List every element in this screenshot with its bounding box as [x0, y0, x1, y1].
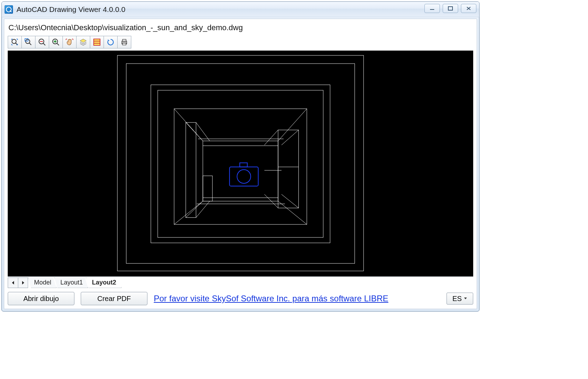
app-icon: [5, 5, 13, 14]
zoom-out-button[interactable]: [35, 36, 49, 48]
create-pdf-button[interactable]: Crear PDF: [81, 292, 147, 305]
layers-button[interactable]: [76, 36, 90, 48]
chevron-down-icon: [464, 297, 467, 300]
tab-scroll-left-button[interactable]: [8, 278, 18, 288]
svg-line-7: [29, 43, 31, 45]
properties-icon: [93, 38, 101, 46]
triangle-right-icon: [21, 281, 25, 285]
file-path-label: C:\Users\Ontecnia\Desktop\visualization_…: [8, 22, 473, 36]
print-button[interactable]: [117, 36, 131, 48]
print-icon: [120, 38, 128, 46]
toolbar: [8, 36, 473, 48]
tab-model[interactable]: Model: [28, 277, 57, 288]
title-bar: AutoCAD Drawing Viewer 4.0.0.0: [2, 2, 479, 17]
window-controls: [424, 4, 476, 13]
tab-label: Layout2: [92, 279, 116, 286]
minimize-icon: [429, 6, 435, 11]
tab-scroll-right-button[interactable]: [18, 278, 28, 288]
zoom-out-icon: [38, 38, 46, 46]
close-button[interactable]: [461, 4, 476, 13]
skysof-link[interactable]: Por favor visite SkySof Software Inc. pa…: [154, 294, 388, 303]
language-value: ES: [452, 295, 462, 303]
maximize-button[interactable]: [443, 4, 458, 13]
zoom-in-icon: [52, 38, 60, 46]
svg-line-15: [57, 43, 59, 45]
app-window: AutoCAD Drawing Viewer 4.0.0.0 C:\Users\…: [1, 1, 480, 312]
close-icon: [465, 6, 472, 11]
client-area: C:\Users\Ontecnia\Desktop\visualization_…: [4, 19, 477, 309]
bottom-bar: Abrir dibujo Crear PDF Por favor visite …: [8, 288, 473, 305]
zoom-extents-icon: [11, 38, 19, 46]
zoom-extents-button[interactable]: [8, 36, 22, 48]
pan-button[interactable]: [62, 36, 77, 48]
pan-icon: [65, 38, 74, 46]
tab-layout2[interactable]: Layout2: [86, 277, 121, 288]
button-label: Abrir dibujo: [23, 295, 59, 303]
open-drawing-button[interactable]: Abrir dibujo: [8, 292, 74, 305]
tab-scroll-group: [8, 277, 28, 288]
properties-button[interactable]: [90, 36, 104, 48]
window-title: AutoCAD Drawing Viewer 4.0.0.0: [16, 5, 125, 14]
zoom-in-button[interactable]: [49, 36, 63, 48]
tab-label: Model: [34, 279, 51, 286]
svg-rect-21: [123, 43, 126, 45]
svg-rect-16: [94, 39, 100, 45]
regen-icon: [106, 38, 115, 46]
regen-button[interactable]: [104, 36, 118, 48]
maximize-icon: [447, 6, 454, 11]
svg-line-5: [15, 43, 18, 45]
drawing-content: [8, 51, 473, 276]
minimize-button[interactable]: [424, 4, 440, 13]
tab-layout1[interactable]: Layout1: [54, 277, 88, 288]
layout-tabs: Model Layout1 Layout2: [8, 276, 473, 288]
zoom-window-button[interactable]: [21, 36, 35, 48]
language-select[interactable]: ES: [447, 293, 473, 305]
triangle-left-icon: [11, 281, 15, 285]
tab-label: Layout1: [60, 279, 83, 286]
drawing-canvas[interactable]: [8, 51, 473, 276]
layers-icon: [79, 38, 87, 46]
svg-rect-20: [123, 39, 126, 41]
svg-rect-1: [448, 7, 452, 10]
svg-line-11: [43, 43, 45, 45]
svg-rect-22: [18, 51, 463, 276]
zoom-window-icon: [24, 38, 33, 46]
button-label: Crear PDF: [97, 295, 131, 303]
